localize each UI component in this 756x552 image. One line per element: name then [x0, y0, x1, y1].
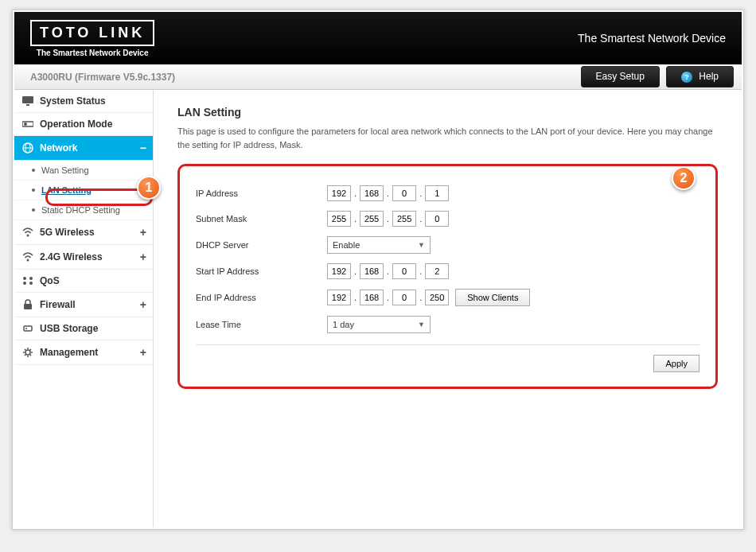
nav-label: QoS: [40, 275, 60, 286]
bullet-icon: [32, 189, 35, 192]
usb-icon: [21, 324, 35, 333]
dhcp-server-label: DHCP Server: [196, 240, 327, 250]
svg-point-7: [27, 235, 29, 237]
svg-rect-14: [24, 326, 32, 331]
ip-address-octet-4[interactable]: [425, 185, 449, 201]
lease-time-select[interactable]: 1 day ▼: [327, 316, 431, 333]
apply-button[interactable]: Apply: [653, 355, 699, 372]
subnet-mask-octet-2[interactable]: [360, 211, 384, 227]
ip-address-octet-2[interactable]: [360, 185, 384, 201]
expand-icon: +: [140, 346, 146, 359]
svg-rect-1: [26, 104, 29, 106]
nav-usb-storage[interactable]: USB Storage: [14, 317, 153, 340]
end-ip-label: End IP Address: [196, 293, 327, 302]
qos-icon: [21, 276, 35, 286]
sub-label: Wan Setting: [41, 165, 89, 175]
start-ip-octet-3[interactable]: [392, 263, 416, 279]
divider: [196, 344, 699, 345]
nav-label: 5G Wireless: [40, 227, 95, 238]
info-bar: A3000RU (Firmware V5.9c.1337) Easy Setup…: [14, 64, 742, 90]
svg-point-8: [27, 259, 29, 262]
start-ip-octet-4[interactable]: [425, 263, 449, 279]
nav-operation-mode[interactable]: Operation Mode: [14, 113, 153, 136]
help-button[interactable]: ? Help: [666, 66, 734, 87]
ip-address-label: IP Address: [196, 189, 327, 198]
expand-icon: +: [140, 251, 146, 263]
subnet-mask-octet-1[interactable]: [327, 211, 351, 227]
lan-settings-form: IP Address . . . Subnet Mask . . .: [177, 164, 718, 389]
easy-setup-button[interactable]: Easy Setup: [581, 66, 660, 87]
chevron-down-icon: ▼: [418, 241, 425, 249]
nav-24g-wireless[interactable]: 2.4G Wireless +: [14, 245, 153, 270]
svg-point-12: [29, 282, 33, 285]
svg-rect-0: [22, 96, 33, 103]
switch-icon: [21, 119, 35, 129]
nav-wan-setting[interactable]: Wan Setting: [14, 161, 153, 181]
ip-address-octet-1[interactable]: [327, 185, 351, 201]
dhcp-server-value: Enable: [333, 240, 360, 250]
nav-label: Operation Mode: [40, 119, 112, 130]
show-clients-button[interactable]: Show Clients: [455, 289, 530, 306]
subnet-mask-octet-4[interactable]: [425, 211, 449, 227]
chevron-down-icon: ▼: [418, 321, 425, 328]
nav-label: Management: [40, 347, 98, 358]
page-description: This page is used to configure the param…: [177, 125, 718, 151]
annotation-marker-1: 1: [137, 176, 161, 200]
expand-icon: +: [140, 226, 146, 239]
content-area: LAN Setting This page is used to configu…: [154, 90, 742, 527]
nav-label: System Status: [40, 95, 106, 107]
svg-rect-13: [24, 304, 32, 309]
svg-point-15: [25, 328, 27, 329]
subnet-mask-label: Subnet Mask: [196, 214, 327, 224]
start-ip-label: Start IP Address: [196, 266, 327, 276]
ip-address-octet-3[interactable]: [392, 185, 416, 201]
nav-label: 2.4G Wireless: [40, 251, 103, 262]
bullet-icon: [32, 208, 35, 212]
nav-qos[interactable]: QoS: [14, 270, 153, 293]
header-bar: TOTO LINK The Smartest Network Device Th…: [14, 12, 742, 64]
wifi-icon: [21, 252, 35, 262]
end-ip-octet-2[interactable]: [360, 290, 384, 305]
nav-label: Firewall: [40, 299, 76, 310]
logo-text: TOTO LINK: [30, 20, 154, 46]
expand-icon: +: [140, 298, 146, 311]
lock-icon: [21, 299, 35, 310]
svg-point-16: [25, 350, 30, 355]
wifi-icon: [21, 227, 35, 237]
dhcp-server-select[interactable]: Enable ▼: [327, 236, 431, 254]
monitor-icon: [21, 96, 35, 106]
gear-icon: [21, 347, 35, 358]
svg-point-11: [23, 282, 26, 285]
end-ip-octet-1[interactable]: [327, 290, 351, 305]
logo-subtitle: The Smartest Network Device: [37, 49, 149, 57]
collapse-icon: −: [140, 142, 146, 154]
start-ip-octet-1[interactable]: [327, 263, 351, 279]
firmware-text: A3000RU (Firmware V5.9c.1337): [30, 72, 175, 83]
sub-label: Static DHCP Setting: [41, 205, 120, 215]
svg-point-3: [24, 122, 27, 126]
nav-firewall[interactable]: Firewall +: [14, 293, 153, 317]
page-title: LAN Setting: [177, 106, 718, 119]
globe-icon: [21, 142, 35, 154]
nav-label: Network: [40, 142, 77, 154]
bullet-icon: [32, 169, 35, 172]
lease-time-value: 1 day: [333, 320, 354, 329]
subnet-mask-octet-3[interactable]: [392, 211, 416, 227]
help-icon: ?: [681, 72, 692, 83]
nav-5g-wireless[interactable]: 5G Wireless +: [14, 220, 153, 245]
nav-system-status[interactable]: System Status: [14, 90, 153, 113]
end-ip-octet-4[interactable]: [425, 290, 449, 305]
help-label: Help: [699, 71, 719, 82]
sidebar: System Status Operation Mode Network − W…: [14, 90, 154, 527]
header-tagline: The Smartest Network Device: [578, 32, 726, 45]
start-ip-octet-2[interactable]: [360, 263, 384, 279]
end-ip-octet-3[interactable]: [392, 290, 416, 305]
lease-time-label: Lease Time: [196, 320, 327, 329]
logo: TOTO LINK The Smartest Network Device: [30, 20, 154, 57]
nav-label: USB Storage: [40, 323, 98, 334]
nav-management[interactable]: Management +: [14, 340, 153, 365]
annotation-marker-2: 2: [672, 166, 696, 190]
svg-point-9: [23, 277, 26, 280]
svg-point-10: [29, 277, 33, 280]
nav-network[interactable]: Network −: [14, 136, 153, 161]
